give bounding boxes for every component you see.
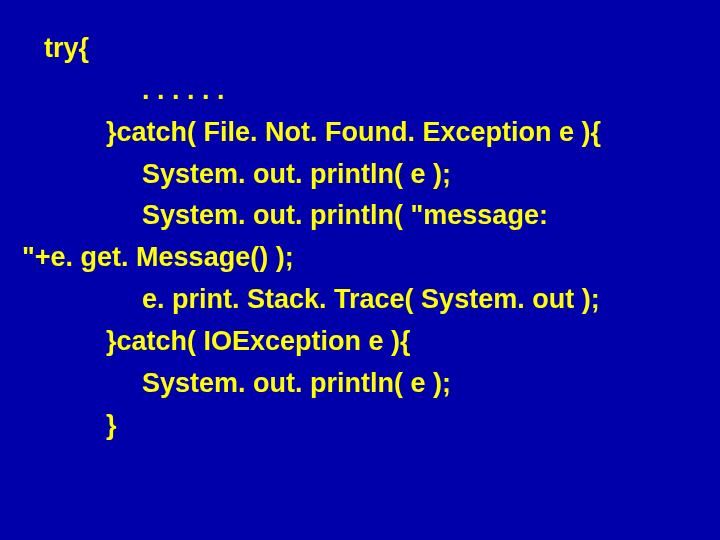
code-line-try: try{	[0, 28, 720, 70]
code-line-catch-fnfe: }catch( File. Not. Found. Exception e ){	[0, 112, 720, 154]
code-line-println-e1: System. out. println( e );	[0, 154, 720, 196]
code-line-catch-ioe: }catch( IOException e ){	[0, 321, 720, 363]
code-line-println-msg: System. out. println( "message:	[0, 195, 720, 237]
code-line-printstacktrace: e. print. Stack. Trace( System. out );	[0, 279, 720, 321]
code-line-println-msg-wrap: "+e. get. Message() );	[0, 237, 720, 279]
code-line-ellipsis: . . . . . .	[0, 70, 720, 112]
code-line-println-e2: System. out. println( e );	[0, 363, 720, 405]
code-line-close-brace: }	[0, 405, 720, 447]
